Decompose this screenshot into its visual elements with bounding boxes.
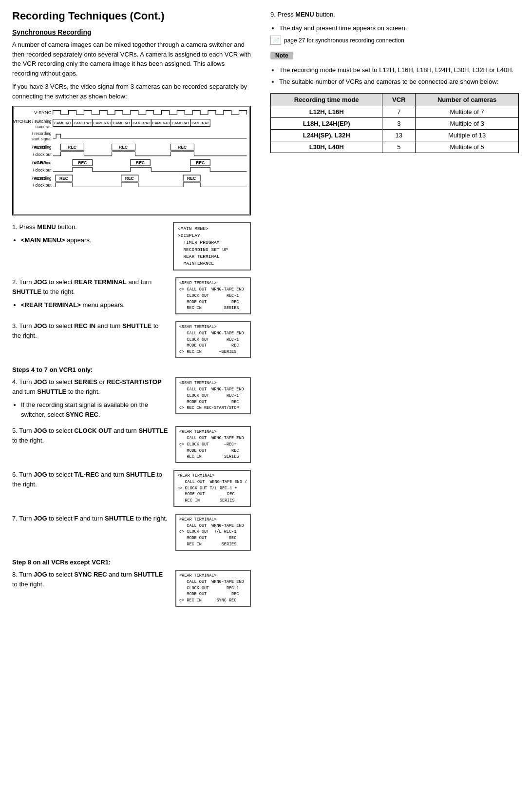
step-6: 6. Turn JOG to select T/L-REC and turn S… — [12, 470, 251, 507]
svg-text:CAMERA3: CAMERA3 — [94, 121, 111, 125]
step-3-menu: <REAR TERMINAL> CALL OUT WRNG-TAPE END C… — [175, 321, 251, 358]
svg-text:/ recording: / recording — [32, 176, 52, 181]
right-column: 9. Press MENU button. The day and presen… — [266, 10, 519, 802]
svg-text:CAMERA2: CAMERA2 — [74, 121, 91, 125]
table-header-cameras: Number of cameras — [416, 94, 519, 106]
menu-screen-5: <REAR TERMINAL> CALL OUT WRNG-TAPE END c… — [175, 426, 251, 463]
svg-text:/ recording: / recording — [32, 131, 52, 136]
svg-text:SWITCHER / switching: SWITCHER / switching — [12, 119, 52, 124]
svg-text:REC: REC — [68, 145, 76, 150]
table-cell-vcr-1: 7 — [382, 106, 416, 118]
note-section: Note The recording mode must be set to L… — [270, 52, 519, 86]
menu-screen-8: <REAR TERMINAL> CALL OUT WRNG-TAPE END C… — [175, 570, 251, 607]
menu-screen-3: <REAR TERMINAL> CALL OUT WRNG-TAPE END C… — [175, 321, 251, 358]
svg-text:REC: REC — [178, 145, 187, 150]
svg-text:CAMERA1: CAMERA1 — [172, 121, 190, 125]
svg-text:/ recording: / recording — [32, 145, 52, 150]
svg-text:REC: REC — [125, 176, 134, 181]
table-cell-cameras-3: Multiple of 13 — [416, 130, 519, 141]
note-header: Note — [270, 52, 293, 59]
step-8-menu: <REAR TERMINAL> CALL OUT WRNG-TAPE END C… — [175, 570, 251, 607]
page-ref-text: page 27 for synchronous recording connec… — [284, 36, 404, 45]
table-row: L12H, L16H 7 Multiple of 7 — [271, 106, 519, 118]
step-4-menu: <REAR TERMINAL> CALL OUT WRNG-TAPE END C… — [175, 377, 251, 414]
svg-text:start signal: start signal — [32, 136, 52, 141]
table-cell-mode-3: L24H(SP), L32H — [271, 130, 382, 141]
table-cell-vcr-3: 13 — [382, 130, 416, 141]
menu-screen-6: <REAR TERMINAL> CALL OUT WRNG-TAPE END /… — [173, 470, 251, 507]
step-4: 4. Turn JOG to select SERIES or REC-STAR… — [12, 377, 251, 419]
page-container: Recording Techniques (Cont.) Synchronous… — [0, 0, 531, 812]
intro-paragraph-1: A number of camera images can be mixed t… — [12, 40, 251, 78]
note-item-1: The recording mode must be set to L12H, … — [279, 65, 519, 75]
table-cell-cameras-1: Multiple of 7 — [416, 106, 519, 118]
step-2: 2. Turn JOG to select REAR TERMINAL and … — [12, 277, 251, 314]
svg-text:/ recording: / recording — [32, 160, 52, 165]
step-1-text: 1. Press MENU button. <MAIN MENU> appear… — [12, 222, 166, 245]
svg-text:/ clock out: / clock out — [33, 152, 52, 157]
table-header-mode: Recording time mode — [271, 94, 382, 106]
svg-text:REC: REC — [136, 160, 145, 165]
svg-text:V-SYNC: V-SYNC — [34, 110, 52, 115]
svg-text:CAMERA1: CAMERA1 — [113, 121, 131, 125]
steps-container: 1. Press MENU button. <MAIN MENU> appear… — [12, 222, 251, 607]
svg-text:/ clock out: / clock out — [33, 168, 52, 173]
table-cell-vcr-4: 5 — [382, 141, 416, 153]
page-ref-icon: 📄 — [270, 36, 281, 45]
table-row: L18H, L24H(EP) 3 Multiple of 3 — [271, 118, 519, 130]
timing-diagram: V-SYNC SWITCHER / switching cameras CAME… — [12, 106, 251, 215]
step-4-text: 4. Turn JOG to select SERIES or REC-STAR… — [12, 377, 169, 419]
svg-text:REC: REC — [196, 160, 205, 165]
recording-table: Recording time mode VCR Number of camera… — [270, 93, 519, 153]
menu-screen-2: <REAR TERMINAL> c> CALL OUT WRNG-TAPE EN… — [175, 277, 251, 314]
step-7-text: 7. Turn JOG to select F and turn SHUTTLE… — [12, 514, 169, 527]
step-5-text: 5. Turn JOG to select CLOCK OUT and turn… — [12, 426, 169, 449]
table-cell-cameras-4: Multiple of 5 — [416, 141, 519, 153]
note-item-2: The suitable number of VCRs and cameras … — [279, 77, 519, 87]
svg-text:REC: REC — [59, 176, 68, 181]
svg-text:/ clock out: / clock out — [33, 183, 52, 188]
steps-4-7-label: Steps 4 to 7 on VCR1 only: — [12, 365, 251, 375]
step-9-text: 9. Press MENU button. The day and presen… — [270, 10, 519, 45]
table-row: L30H, L40H 5 Multiple of 5 — [271, 141, 519, 153]
note-list: The recording mode must be set to L12H, … — [270, 65, 519, 86]
step-7: 7. Turn JOG to select F and turn SHUTTLE… — [12, 514, 251, 551]
svg-text:CAMERA3: CAMERA3 — [152, 121, 170, 125]
page-title: Recording Techniques (Cont.) — [12, 10, 251, 22]
step-8-label: Step 8 on all VCRs except VCR1: — [12, 558, 251, 567]
table-cell-mode-2: L18H, L24H(EP) — [271, 118, 382, 130]
svg-text:cameras: cameras — [36, 124, 51, 129]
section-title: Synchronous Recording — [12, 28, 251, 36]
step-5: 5. Turn JOG to select CLOCK OUT and turn… — [12, 426, 251, 463]
left-column: Recording Techniques (Cont.) Synchronous… — [12, 10, 251, 802]
intro-paragraph-2: If you have 3 VCRs, the video signal fro… — [12, 82, 251, 101]
page-ref: 📄 page 27 for synchronous recording conn… — [270, 36, 519, 45]
menu-screen-1: <MAIN MENU> >DISPLAY TIMER PROGRAM RECOR… — [173, 222, 251, 271]
svg-text:CAMERA1: CAMERA1 — [54, 121, 72, 125]
step-2-menu: <REAR TERMINAL> c> CALL OUT WRNG-TAPE EN… — [175, 277, 251, 314]
table-row: L24H(SP), L32H 13 Multiple of 13 — [271, 130, 519, 141]
menu-screen-7: <REAR TERMINAL> CALL OUT WRNG-TAPE END c… — [175, 514, 251, 551]
menu-screen-4: <REAR TERMINAL> CALL OUT WRNG-TAPE END C… — [175, 377, 251, 414]
svg-text:REC: REC — [78, 160, 87, 165]
svg-text:REC: REC — [187, 176, 196, 181]
step-7-menu: <REAR TERMINAL> CALL OUT WRNG-TAPE END c… — [175, 514, 251, 551]
step-8: 8. Turn JOG to select SYNC REC and turn … — [12, 570, 251, 607]
step-9: 9. Press MENU button. The day and presen… — [270, 10, 519, 45]
step-6-text: 6. Turn JOG to select T/L-REC and turn S… — [12, 470, 167, 493]
step-8-text: 8. Turn JOG to select SYNC REC and turn … — [12, 570, 169, 593]
table-cell-cameras-2: Multiple of 3 — [416, 118, 519, 130]
svg-text:CAMERA2: CAMERA2 — [133, 121, 150, 125]
step-3: 3. Turn JOG to select REC IN and turn SH… — [12, 321, 251, 358]
svg-text:CAMERA2: CAMERA2 — [191, 121, 209, 125]
step-2-text: 2. Turn JOG to select REAR TERMINAL and … — [12, 277, 169, 310]
table-cell-vcr-2: 3 — [382, 118, 416, 130]
step-6-menu: <REAR TERMINAL> CALL OUT WRNG-TAPE END /… — [173, 470, 251, 507]
table-header-vcr: VCR — [382, 94, 416, 106]
svg-text:REC: REC — [119, 145, 128, 150]
step-3-text: 3. Turn JOG to select REC IN and turn SH… — [12, 321, 169, 344]
step-5-menu: <REAR TERMINAL> CALL OUT WRNG-TAPE END c… — [175, 426, 251, 463]
table-cell-mode-4: L30H, L40H — [271, 141, 382, 153]
table-cell-mode-1: L12H, L16H — [271, 106, 382, 118]
step-1-menu: <MAIN MENU> >DISPLAY TIMER PROGRAM RECOR… — [173, 222, 251, 271]
